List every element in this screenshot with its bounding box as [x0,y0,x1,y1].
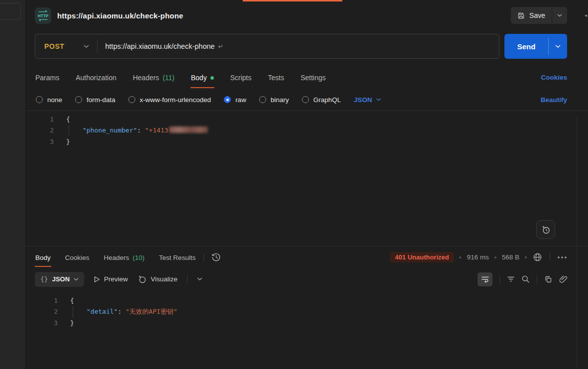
response-tab-test-results[interactable]: Test Results [159,247,196,267]
link-icon[interactable] [559,275,567,283]
request-body-editor[interactable]: 1{2"phone_number": "+14133} [26,111,588,246]
line-number: 1 [26,116,54,123]
url-input[interactable]: https://api.xiaomu.uk/check-phone [105,42,215,50]
save-button-label: Save [529,11,545,19]
dot-separator [525,256,527,258]
response-time[interactable]: 916 ms [467,253,489,261]
tab-headers[interactable]: Headers(11) [132,66,175,88]
response-tab-cookies[interactable]: Cookies [65,247,90,267]
body-type-radio-form-data[interactable]: form-data [75,96,115,104]
body-type-radio-none[interactable]: none [36,96,62,104]
tab-label: Scripts [230,74,252,82]
send-options-caret[interactable] [549,34,567,59]
tab-scripts[interactable]: Scripts [230,66,252,88]
status-badge[interactable]: 401 Unauthorized [390,252,454,262]
unsaved-changes-dot-icon [210,76,214,80]
tab-settings[interactable]: Settings [300,66,326,88]
token-brace: } [66,138,70,145]
response-history-icon[interactable] [211,252,221,262]
code-line: 3} [26,136,588,147]
code-content: } [54,138,70,145]
code-content: { [58,297,74,304]
line-number: 1 [26,297,58,304]
request-title: https://api.xiaomu.uk/check-phone [57,11,183,20]
save-split-button: Save [511,7,567,24]
send-button[interactable]: Send [504,34,548,59]
radio-circle-icon [259,96,266,103]
tab-label: Body [191,74,207,82]
wrap-text-icon[interactable] [478,272,492,286]
body-type-radio-binary[interactable]: binary [259,96,289,104]
save-button[interactable]: Save [511,7,552,24]
code-tokens: { [66,116,70,123]
tab-label: Headers [104,254,129,261]
more-options-icon[interactable] [557,256,567,259]
response-tabs-row: BodyCookiesHeaders(10)Test Results 401 U… [26,246,588,268]
beautify-link[interactable]: Beautify [541,96,567,104]
radio-circle-icon [36,96,43,103]
copy-icon[interactable] [544,275,552,283]
method-selector[interactable]: POST [44,42,65,50]
radio-circle-icon [75,96,82,103]
tab-params[interactable]: Params [35,66,60,88]
code-tokens: } [70,319,74,327]
token-brace: { [70,297,74,304]
cookies-link[interactable]: Cookies [541,74,567,81]
send-split-button: Send [504,34,567,59]
braces-icon: {} [40,275,48,283]
chevron-down-icon [376,98,381,101]
request-tabs: ParamsAuthorizationHeaders(11)BodyScript… [35,66,326,88]
response-status-cluster: 401 Unauthorized 916 ms 568 B [390,252,567,262]
http-method-icon: HTTP [35,7,51,24]
response-format-value: JSON [52,275,70,283]
tab-tests[interactable]: Tests [267,66,285,88]
request-url-row: POST https://api.xiaomu.uk/check-phone ↵… [26,31,588,66]
panel-collapse-arrow-icon[interactable]: ◂ [585,12,587,18]
request-tabs-row: ParamsAuthorizationHeaders(11)BodyScript… [26,66,588,89]
method-caret-icon[interactable] [84,45,89,48]
tab-body[interactable]: Body [191,66,214,88]
line-number: 2 [26,308,58,315]
toolbar-chevron-down-icon[interactable] [197,277,202,281]
postbot-button[interactable] [536,220,555,239]
redacted-value [169,126,208,133]
body-type-radio-x-www-form-urlencoded[interactable]: x-www-form-urlencoded [128,96,211,104]
token-brace: } [70,319,74,327]
body-format-select[interactable]: JSON [354,96,381,104]
left-sidebar [0,0,26,369]
preview-button[interactable]: Preview [94,275,128,283]
radio-label: form-data [87,96,115,104]
tab-label: Headers [133,74,159,82]
filter-icon[interactable] [507,276,515,282]
line-number: 2 [26,126,54,134]
radio-label: x-www-form-urlencoded [140,96,211,104]
response-tab-body[interactable]: Body [35,247,51,267]
radio-circle-icon [302,96,309,103]
response-tab-headers[interactable]: Headers(10) [103,247,145,267]
request-panel: HTTP https://api.xiaomu.uk/check-phone S… [26,0,588,369]
tab-authorization[interactable]: Authorization [75,66,117,88]
network-globe-icon[interactable] [532,252,543,262]
play-icon [94,276,100,283]
search-icon[interactable] [521,275,530,283]
preview-label: Preview [104,275,128,283]
tab-label: Test Results [159,254,196,261]
radio-label: binary [271,96,289,104]
dot-separator [494,256,496,258]
response-size[interactable]: 568 B [502,253,519,261]
response-body-viewer[interactable]: 1{2"detail": "无效的API密钥"3} [26,290,588,369]
response-format-select[interactable]: {} JSON [35,272,84,287]
code-tokens: "phone_number": "+1413 [83,126,208,134]
svg-text:HTTP: HTTP [38,13,49,18]
response-action-icons [478,272,567,286]
body-type-radio-graphql[interactable]: GraphQL [302,96,341,104]
line-number: 3 [26,319,58,327]
code-line: 3} [26,317,588,329]
visualize-button[interactable]: Visualize [137,274,178,284]
tab-label: Body [35,254,51,261]
sparkle-circle-icon [137,274,147,284]
code-line: 1{ [26,114,588,125]
body-type-radio-raw[interactable]: raw [224,96,246,104]
save-options-caret[interactable] [552,7,567,24]
code-line: 2"phone_number": "+1413 [26,125,588,136]
